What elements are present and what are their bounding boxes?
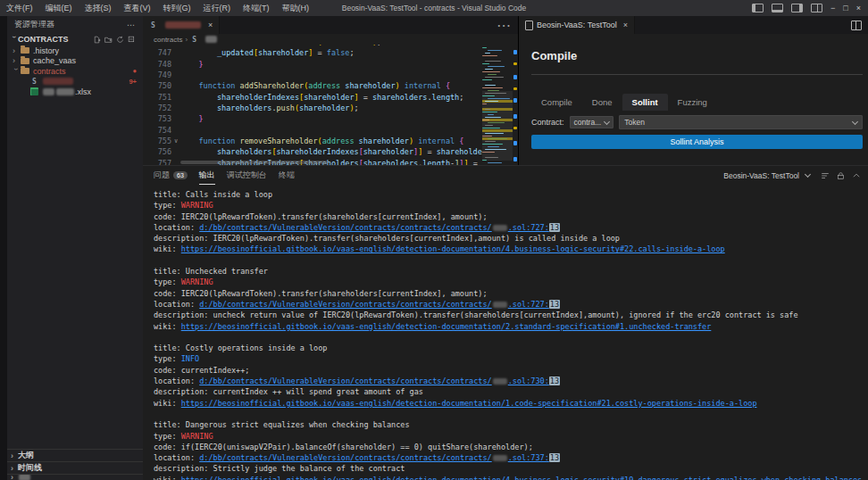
new-folder-icon[interactable] [104,36,113,44]
menu-item-1[interactable]: 编辑(E) [39,0,79,16]
chevron-right-icon: › [13,46,20,55]
chevron-down-icon [805,171,811,178]
panel-tab-0[interactable]: 问题63 [154,166,188,185]
code-text: shareholders[shareholderIndexes[sharehol… [180,146,518,157]
location-link[interactable]: d:/bb/contracts/VulnerableVersion/contra… [199,377,549,385]
new-file-icon[interactable] [93,36,101,44]
fold-icon[interactable]: ∨ [171,136,180,146]
location-link[interactable]: d:/bb/contracts/VulnerableVersion/contra… [199,300,549,309]
contract-name-select[interactable]: Token [619,115,863,129]
webview-tab[interactable]: Beosin-VaaS: TestTool × [519,16,635,34]
collapse-all-icon[interactable] [128,36,136,44]
code-line: 751 shareholderIndexes[shareholder] = sh… [143,92,518,103]
breadcrumb-folder[interactable]: contracts [154,36,182,44]
clear-output-icon[interactable] [821,171,830,180]
tree-item[interactable]: ›.history [7,46,143,56]
code-line: 755∨ function removeShareholder(address … [143,136,518,146]
menu-item-3[interactable]: 查看(V) [118,0,157,16]
line-number: 749 [143,70,171,80]
selected-column-number: 13 [549,377,560,385]
panel-tab-label: 调试控制台 [227,170,267,181]
compile-heading: Compile [531,49,863,62]
wiki-link[interactable]: https://beosinofficial.gitbook.io/vaas-e… [181,322,712,331]
contract-file-select[interactable]: contra... [570,116,614,128]
vaas-tab-sollint[interactable]: Sollint [622,94,668,111]
editor-actions-icon[interactable]: ⋯ [497,17,511,34]
breadcrumb[interactable]: contracts › S [143,34,518,45]
menu-item-6[interactable]: 终端(T) [237,0,276,16]
panel-tab-label: 问题 [154,170,170,181]
code-text: function addShareholder(address sharehol… [180,80,450,91]
ruler-mark [513,87,517,90]
refresh-icon[interactable] [116,36,124,44]
output-description-line: description: Strictly judge the balance … [154,463,868,474]
tree-item[interactable]: S9+ [7,77,143,87]
sollint-analysis-button[interactable]: Sollint Analysis [531,135,863,149]
menu-item-2[interactable]: 选择(S) [79,0,118,16]
customize-layout-icon[interactable] [811,4,822,12]
line-number: 752 [143,103,171,113]
menu-item-7[interactable]: 帮助(H) [276,0,316,16]
tree-item[interactable]: .xlsx [7,87,143,97]
sidebar-section-0[interactable]: ›大纲 [7,449,143,461]
lock-scrolling-icon[interactable] [837,171,845,180]
more-actions-icon[interactable]: ⋯ [127,21,136,29]
minimap-line [482,164,513,165]
wiki-link[interactable]: https://beosinofficial.gitbook.io/vaas-e… [181,399,757,408]
output-code-line: code: IERC20(lpRewardToken).transfer(sha… [154,288,868,299]
file-extension: .xlsx [75,87,91,96]
fold-spacer [171,103,180,113]
code-editor[interactable]: 746 distributeDividend(shareholder);747 … [143,45,518,165]
vaas-tab-done[interactable]: Done [582,94,622,111]
menu-item-0[interactable]: 文件(F) [0,0,39,16]
location-link[interactable]: d:/bb/contracts/VulnerableVersion/contra… [199,223,549,232]
code-text: shareholderIndexes[shareholder] = shareh… [180,92,463,103]
maximize-button[interactable]: □ [843,0,847,16]
close-tab-icon[interactable]: × [208,21,213,29]
output-blank-line [154,255,868,266]
panel-tab-label: 输出 [199,170,215,181]
editor-group: S × ⋯ contracts › S [143,16,518,165]
close-tab-icon[interactable]: × [623,21,628,29]
panel-tab-3[interactable]: 终端 [279,166,295,185]
editor-tab[interactable]: S × [143,16,220,34]
vaas-tab-fuzzing[interactable]: Fuzzing [668,94,717,111]
editor-tab-bar: S × ⋯ [143,16,518,34]
maximize-panel-icon[interactable] [852,171,861,180]
output-code-line: code: currentIndex++; [154,365,868,376]
menu-item-5[interactable]: 运行(R) [197,0,238,16]
toggle-panel-icon[interactable] [772,4,783,12]
section-header-contracts[interactable]: › CONTRACTS [7,33,143,46]
minimap[interactable] [482,45,513,165]
sidebar-section-clipped[interactable]: › [7,474,143,480]
panel-tab-2[interactable]: 调试控制台 [227,166,267,185]
toggle-sidebar-icon[interactable] [752,4,764,12]
menu-item-4[interactable]: 转到(G) [157,0,197,16]
horizontal-scrollbar[interactable] [180,161,328,164]
line-number: 748 [143,59,171,70]
wiki-link[interactable]: https://beosinofficial.gitbook.io/vaas-e… [181,244,725,253]
code-line: 747 _updated[shareholder] = false; [143,47,518,58]
tree-item[interactable]: ›cache_vaas [7,56,143,67]
wiki-link[interactable]: https://beosinofficial.gitbook.io/vaas-e… [181,476,863,480]
sidebar-section-1[interactable]: ›时间线 [7,461,143,474]
vaas-tab-compile[interactable]: Compile [531,94,582,111]
location-link[interactable]: d:/bb/contracts/VulnerableVersion/contra… [199,453,549,462]
output-blank-line [154,409,868,419]
split-editor-icon[interactable] [851,21,862,30]
toggle-secondary-sidebar-icon[interactable] [791,4,803,12]
explorer-tree: ›.history›cache_vaas›contracts●S9+.xlsx [7,46,143,97]
tree-item[interactable]: ›contracts● [7,66,143,77]
panel-tab-1[interactable]: 输出 [199,166,215,185]
code-line: 748 } [143,59,518,70]
chevron-down-icon [604,118,610,124]
output-log[interactable]: title: Calls inside a looptype: WARNINGc… [143,185,868,480]
close-button[interactable]: × [856,0,861,16]
minimize-button[interactable]: − [830,0,835,16]
output-channel-select[interactable]: Beosin-VaaS: TestTool [720,170,814,181]
output-location-line: location: d:/bb/contracts/VulnerableVers… [154,376,868,386]
folder-label: .history [33,46,59,55]
panel-tab-label: 终端 [279,170,295,181]
output-code-line: code: IERC20(lpRewardToken).transfer(sha… [154,211,868,222]
redacted-filename [493,302,507,308]
